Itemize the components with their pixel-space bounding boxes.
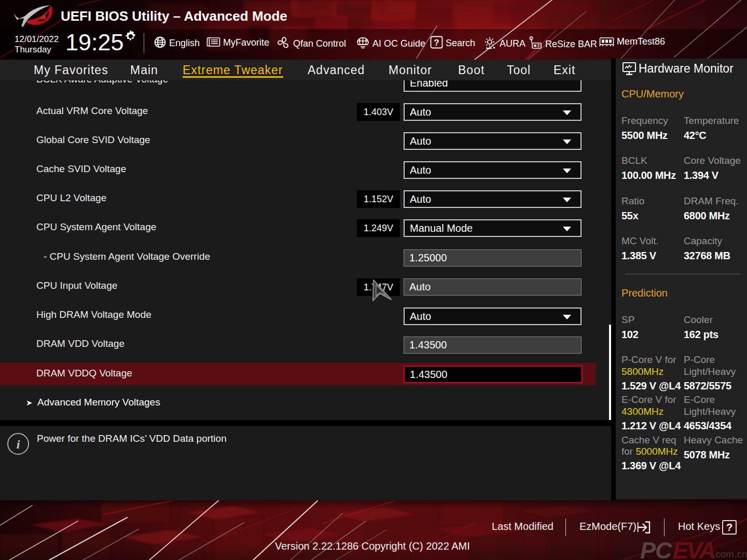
svg-text:.com.cn: .com.cn <box>713 549 747 559</box>
svg-text:?: ? <box>434 38 439 48</box>
svg-text:EVA: EVA <box>673 537 715 560</box>
svg-text:PC: PC <box>640 537 673 560</box>
